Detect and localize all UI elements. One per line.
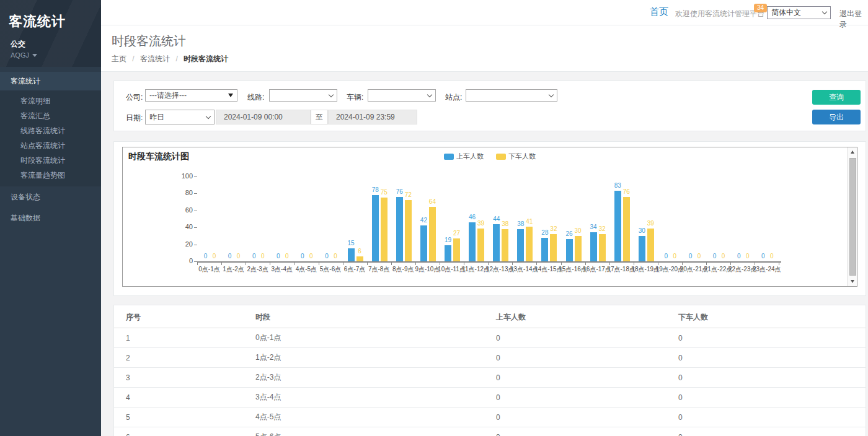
bar-boarding bbox=[469, 222, 476, 261]
sidebar-subitem[interactable]: 客流明细 bbox=[0, 94, 101, 108]
date-label: 日期: bbox=[126, 113, 143, 123]
line-select[interactable] bbox=[269, 89, 337, 102]
legend-item[interactable]: 下车人数 bbox=[496, 152, 536, 161]
language-select-value: 简体中文 bbox=[771, 7, 801, 18]
bar-label-alighting: 32 bbox=[595, 225, 610, 232]
x-axis-line bbox=[197, 261, 781, 263]
station-select[interactable] bbox=[466, 89, 557, 102]
table-cell: 0 bbox=[496, 368, 678, 388]
scrollbar-thumb[interactable] bbox=[849, 158, 856, 276]
company-label: 公司: bbox=[126, 92, 143, 103]
chart-scrollbar[interactable] bbox=[848, 147, 857, 286]
table-cell: 2点-3点 bbox=[255, 368, 496, 388]
table-cell: 0 bbox=[496, 348, 678, 368]
bar-alighting bbox=[502, 229, 508, 261]
bar-alighting bbox=[453, 238, 460, 261]
home-link[interactable]: 首页 bbox=[650, 6, 668, 18]
table-cell: 6 bbox=[114, 427, 255, 436]
table-row: 32点-3点00 bbox=[114, 368, 866, 388]
table-cell: 0 bbox=[678, 348, 866, 368]
app-brand: 客流统计 bbox=[0, 0, 101, 31]
sidebar-subitem[interactable]: 站点客流统计 bbox=[0, 138, 101, 153]
stats-table: 序号时段上车人数下车人数 10点-1点0021点-2点0032点-3点0043点… bbox=[114, 307, 866, 436]
date-range-to-label: 至 bbox=[311, 110, 328, 124]
query-button[interactable]: 查询 bbox=[812, 90, 861, 105]
table-cell: 0 bbox=[496, 408, 678, 427]
sidebar-item-device-status[interactable]: 设备状态 bbox=[0, 186, 101, 207]
bar-alighting bbox=[381, 198, 388, 261]
sidebar-subitem[interactable]: 时段客流统计 bbox=[0, 153, 101, 168]
table-column-header: 序号 bbox=[114, 307, 255, 328]
bar-alighting bbox=[477, 229, 484, 261]
table-row: 21点-2点00 bbox=[114, 348, 866, 368]
table-cell: 0 bbox=[678, 388, 866, 408]
bar-label-alighting: 0 bbox=[231, 253, 246, 259]
org-code-dropdown[interactable]: AQGJ bbox=[0, 50, 101, 59]
bar-label-alighting: 64 bbox=[425, 198, 440, 205]
bar-boarding bbox=[420, 225, 427, 261]
bar-boarding bbox=[445, 245, 451, 261]
bar-boarding bbox=[517, 229, 524, 261]
table-row: 65点-6点00 bbox=[114, 427, 866, 436]
bar-label-alighting: 0 bbox=[667, 253, 683, 259]
table-cell: 0 bbox=[678, 427, 866, 436]
table-column-header: 上车人数 bbox=[496, 307, 678, 328]
topbar: 首页 欢迎使用客流统计管理平台 34 简体中文 退出登录 bbox=[101, 0, 868, 25]
table-cell: 0 bbox=[678, 368, 866, 388]
table-row: 54点-5点00 bbox=[114, 408, 866, 427]
table-cell: 3 bbox=[114, 368, 255, 388]
table-row: 43点-4点00 bbox=[114, 388, 866, 408]
sidebar-item-passenger-stats[interactable]: 客流统计 bbox=[0, 72, 101, 90]
company-select-value: ---请选择--- bbox=[149, 90, 187, 101]
export-button[interactable]: 导出 bbox=[812, 110, 861, 124]
start-datetime-input[interactable]: 2024-01-09 00:00 bbox=[216, 110, 311, 124]
bar-label-alighting: 0 bbox=[715, 253, 731, 259]
vehicle-select[interactable] bbox=[368, 89, 436, 102]
filter-panel: 公司: ---请选择--- 线路: 车辆: 站点: 日期: bbox=[113, 81, 866, 131]
y-tick-mark bbox=[194, 261, 197, 262]
bar-label-alighting: 75 bbox=[376, 189, 392, 196]
chevron-down-icon bbox=[427, 92, 432, 97]
sidebar: 客流统计 公交 AQGJ 客流统计 客流明细客流汇总线路客流统计站点客流统计时段… bbox=[0, 0, 101, 436]
company-select[interactable]: ---请选择--- bbox=[145, 89, 237, 102]
y-tick-label: 60 bbox=[172, 206, 193, 214]
chevron-down-icon bbox=[329, 92, 334, 97]
table-column-header: 时段 bbox=[255, 307, 496, 328]
legend-item[interactable]: 上车人数 bbox=[444, 152, 484, 161]
language-select[interactable]: 简体中文 bbox=[767, 6, 831, 19]
sidebar-subitem[interactable]: 线路客流统计 bbox=[0, 123, 101, 138]
breadcrumb-passenger-stats[interactable]: 客流统计 bbox=[140, 54, 170, 63]
station-label: 站点: bbox=[445, 92, 462, 103]
table-column-header: 下车人数 bbox=[678, 307, 866, 328]
line-label: 线路: bbox=[247, 92, 264, 103]
sidebar-subitem[interactable]: 客流量趋势图 bbox=[0, 168, 101, 183]
breadcrumb-separator: / bbox=[132, 54, 134, 63]
bar-alighting bbox=[405, 200, 412, 261]
breadcrumb-current: 时段客流统计 bbox=[184, 54, 228, 63]
table-cell: 0 bbox=[678, 328, 866, 348]
scroll-down-icon[interactable] bbox=[848, 277, 857, 286]
sidebar-item-base-data[interactable]: 基础数据 bbox=[0, 207, 101, 229]
table-row: 10点-1点00 bbox=[114, 328, 866, 348]
breadcrumb-home[interactable]: 主页 bbox=[112, 54, 126, 63]
caret-down-icon bbox=[228, 94, 233, 97]
org-name: 公交 bbox=[0, 31, 101, 50]
bar-label-alighting: 0 bbox=[764, 253, 779, 259]
scroll-up-icon[interactable] bbox=[848, 147, 857, 157]
bar-label-alighting: 0 bbox=[740, 253, 755, 259]
table-cell: 1 bbox=[114, 328, 255, 348]
bar-label-boarding: 15 bbox=[343, 240, 359, 246]
logout-link[interactable]: 退出登录 bbox=[839, 9, 868, 30]
y-tick-mark bbox=[194, 227, 197, 228]
bar-alighting bbox=[526, 227, 533, 261]
chart-panel: 时段车流统计图 上车人数下车人数 020406080100000点-1点001点… bbox=[113, 141, 866, 296]
org-code-label: AQGJ bbox=[11, 51, 29, 59]
bar-label-alighting: 39 bbox=[643, 220, 658, 227]
brand-area: 客流统计 公交 AQGJ bbox=[0, 0, 101, 67]
table-panel: 序号时段上车人数下车人数 10点-1点0021点-2点0032点-3点0043点… bbox=[113, 305, 866, 436]
sidebar-subitem[interactable]: 客流汇总 bbox=[0, 108, 101, 123]
y-tick-label: 100 bbox=[172, 172, 193, 180]
table-cell: 4 bbox=[114, 388, 255, 408]
end-datetime-input[interactable]: 2024-01-09 23:59 bbox=[328, 110, 417, 124]
date-preset-select[interactable]: 昨日 bbox=[145, 110, 215, 124]
